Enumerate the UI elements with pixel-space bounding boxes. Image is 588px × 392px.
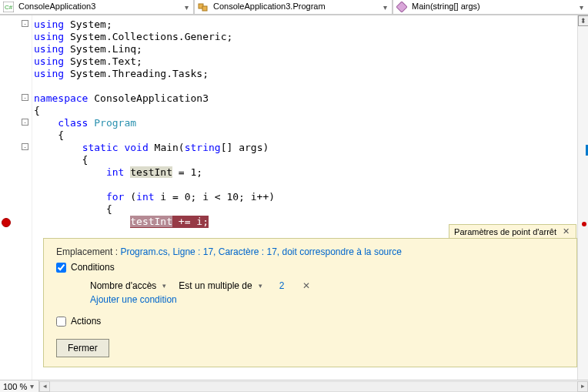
condition-value[interactable]: 2: [275, 280, 289, 291]
panel-title-bar: Paramètres de point d'arrêt ✕: [449, 224, 576, 238]
svg-rect-3: [202, 6, 207, 11]
scroll-right-icon[interactable]: ▸: [577, 381, 588, 392]
panel-title: Paramètres de point d'arrêt: [454, 227, 556, 236]
condition-type-dropdown[interactable]: Nombre d'accès ▾: [90, 280, 168, 291]
condition-operator-dropdown[interactable]: Est un multiple de ▾: [179, 280, 263, 291]
location-row: Emplacement : Program.cs, Ligne : 17, Ca…: [56, 246, 564, 257]
add-condition-link[interactable]: Ajouter une condition: [90, 294, 564, 305]
zoom-dropdown[interactable]: 100 % ▾: [0, 380, 39, 392]
chevron-down-icon: ▾: [257, 282, 264, 290]
location-label: Emplacement :: [56, 246, 120, 257]
code-editor: - - - - using System; using System.Colle…: [0, 15, 588, 381]
svg-rect-4: [396, 2, 407, 12]
close-button[interactable]: Fermer: [56, 339, 109, 357]
method-icon: [396, 2, 407, 12]
chevron-down-icon: ▾: [382, 3, 389, 12]
status-bar: 100 % ▾ ◂ ▸: [0, 380, 588, 392]
close-icon[interactable]: ✕: [561, 226, 571, 236]
breakpoint-icon[interactable]: [2, 218, 11, 227]
breakpoint-line: testInt += i;: [130, 216, 209, 228]
scroll-track[interactable]: [50, 381, 577, 392]
chevron-down-icon: ▾: [183, 3, 190, 12]
navigation-bar: C# ConsoleApplication3 ▾ ConsoleApplicat…: [0, 0, 588, 15]
conditions-checkbox[interactable]: [56, 263, 66, 273]
remove-condition-icon[interactable]: ✕: [299, 280, 313, 291]
outline-toggle[interactable]: -: [22, 143, 28, 150]
conditions-checkbox-row[interactable]: Conditions: [56, 262, 564, 273]
condition-row: Nombre d'accès ▾ Est un multiple de ▾ 2 …: [90, 277, 564, 294]
actions-label: Actions: [71, 316, 101, 327]
location-link[interactable]: Program.cs, Ligne : 17, Caractère : 17, …: [120, 246, 402, 257]
conditions-label: Conditions: [71, 262, 115, 273]
scope-text: ConsoleApplication3: [18, 2, 95, 11]
outline-toggle[interactable]: -: [22, 20, 28, 27]
zoom-value: 100 %: [3, 382, 27, 391]
csharp-icon: C#: [3, 2, 14, 12]
overview-ruler[interactable]: ⬍: [577, 15, 588, 381]
chevron-down-icon: ▾: [578, 3, 585, 12]
outline-toggle[interactable]: -: [22, 94, 28, 101]
class-text: ConsoleApplication3.Program: [213, 2, 326, 11]
split-icon[interactable]: ⬍: [578, 15, 588, 26]
actions-checkbox[interactable]: [56, 317, 66, 327]
horizontal-scrollbar[interactable]: ◂ ▸: [39, 380, 588, 392]
actions-checkbox-row[interactable]: Actions: [56, 316, 564, 327]
outline-toggle[interactable]: -: [22, 119, 28, 126]
member-text: Main(string[] args): [412, 2, 480, 11]
scope-dropdown[interactable]: C# ConsoleApplication3 ▾: [0, 0, 194, 15]
breakpoint-marker: [582, 222, 586, 226]
breakpoint-settings-panel: Paramètres de point d'arrêt ✕ Emplacemen…: [43, 238, 577, 367]
member-dropdown[interactable]: Main(string[] args) ▾: [393, 0, 588, 15]
class-icon: [198, 2, 209, 12]
scroll-left-icon[interactable]: ◂: [39, 381, 50, 392]
chevron-down-icon: ▾: [28, 382, 35, 390]
class-dropdown[interactable]: ConsoleApplication3.Program ▾: [194, 0, 393, 15]
chevron-down-icon: ▾: [161, 282, 168, 290]
gutter[interactable]: - - - -: [0, 15, 32, 381]
svg-text:C#: C#: [5, 4, 13, 11]
